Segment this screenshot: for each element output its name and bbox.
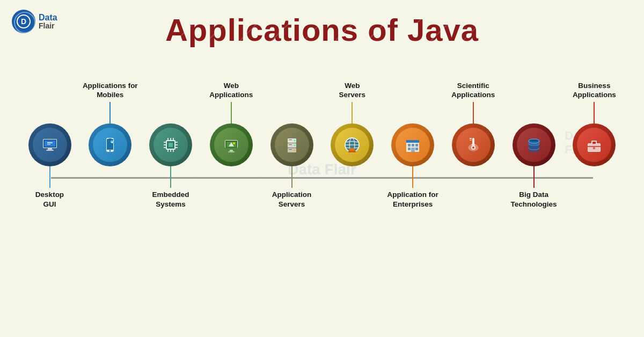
node-1-vline-top <box>109 102 111 123</box>
node-app-servers: ApplicationServers <box>264 70 320 217</box>
timeline: DesktopGUI Applications forMobiles <box>21 70 623 326</box>
svg-point-0 <box>17 15 30 28</box>
node-9-label-top: BusinessApplications <box>573 70 616 102</box>
node-3-vline-top <box>231 102 232 123</box>
node-4-vline-bottom <box>291 166 292 188</box>
page-title: Applications of Java <box>0 0 644 48</box>
node-9-vline-top <box>594 102 595 123</box>
svg-rect-6 <box>45 141 55 146</box>
node-web-servers: WebServers <box>324 70 380 217</box>
svg-rect-4 <box>46 150 54 151</box>
logo-line2: Flair <box>39 22 57 30</box>
node-embedded: EmbeddedSystems <box>143 70 199 217</box>
node-bigdata: Big DataTechnologies <box>506 70 562 217</box>
svg-point-11 <box>109 150 111 152</box>
node-3-label-top: WebApplications <box>209 70 253 102</box>
svg-rect-31 <box>225 148 238 150</box>
node-8-circle <box>513 123 555 166</box>
svg-point-40 <box>294 140 295 142</box>
svg-rect-58 <box>415 148 418 150</box>
svg-rect-71 <box>592 142 596 144</box>
node-4-label-bottom: ApplicationServers <box>272 188 312 217</box>
node-7-vline-top <box>473 102 474 123</box>
logo: D Data Flair <box>12 10 57 33</box>
node-enterprises: Application forEnterprises <box>385 70 441 217</box>
node-6-label-bottom: Application forEnterprises <box>387 188 438 217</box>
logo-icon: D <box>12 10 35 33</box>
node-6-vline-bottom <box>412 166 413 188</box>
svg-rect-56 <box>415 144 418 146</box>
node-7-circle <box>452 123 495 166</box>
svg-rect-43 <box>289 140 292 140</box>
svg-rect-3 <box>48 148 52 150</box>
node-5-label-top: WebServers <box>339 70 366 102</box>
svg-rect-74 <box>593 147 595 149</box>
svg-rect-32 <box>230 150 233 151</box>
svg-rect-16 <box>169 143 173 147</box>
logo-text: Data Flair <box>39 13 57 31</box>
svg-rect-44 <box>289 144 292 145</box>
svg-rect-33 <box>228 151 235 152</box>
logo-line1: Data <box>39 13 57 23</box>
svg-point-41 <box>294 145 295 146</box>
node-4-circle <box>270 123 313 166</box>
node-scientific: ScientificApplications <box>445 70 501 217</box>
node-web-apps: WebApplications <box>203 70 259 217</box>
svg-rect-57 <box>408 148 411 150</box>
node-mobile-apps: Applications forMobiles <box>82 70 138 217</box>
svg-point-63 <box>472 146 474 149</box>
node-0-circle <box>28 123 71 166</box>
svg-point-36 <box>233 142 235 144</box>
node-6-circle <box>391 123 434 166</box>
node-0-vline-bottom <box>49 166 50 188</box>
svg-text:D: D <box>21 17 26 26</box>
node-0-label-bottom: DesktopGUI <box>35 188 64 217</box>
svg-point-42 <box>294 150 295 151</box>
node-9-circle <box>573 123 616 166</box>
svg-rect-64 <box>472 144 475 145</box>
node-2-circle <box>149 123 192 166</box>
node-5-vline-top <box>352 102 353 123</box>
svg-rect-60 <box>472 138 474 144</box>
svg-rect-54 <box>408 144 411 146</box>
svg-rect-55 <box>412 144 414 146</box>
svg-rect-51 <box>348 151 356 152</box>
node-2-label-bottom: EmbeddedSystems <box>152 188 189 217</box>
node-7-label-top: ScientificApplications <box>451 70 495 102</box>
node-3-circle <box>210 123 253 166</box>
node-1-circle <box>89 123 131 166</box>
node-5-circle <box>331 123 374 166</box>
svg-rect-53 <box>406 140 419 143</box>
svg-rect-12 <box>108 138 112 140</box>
node-business: BusinessApplications <box>566 70 623 217</box>
node-8-vline-bottom <box>533 166 535 188</box>
node-desktop-gui: DesktopGUI <box>21 70 78 217</box>
nodes-row: DesktopGUI Applications forMobiles <box>21 70 623 217</box>
svg-rect-45 <box>289 149 292 150</box>
node-1-label-top: Applications forMobiles <box>83 70 138 102</box>
svg-rect-59 <box>411 148 415 152</box>
node-8-label-bottom: Big DataTechnologies <box>511 188 557 217</box>
node-2-vline-bottom <box>170 166 171 188</box>
